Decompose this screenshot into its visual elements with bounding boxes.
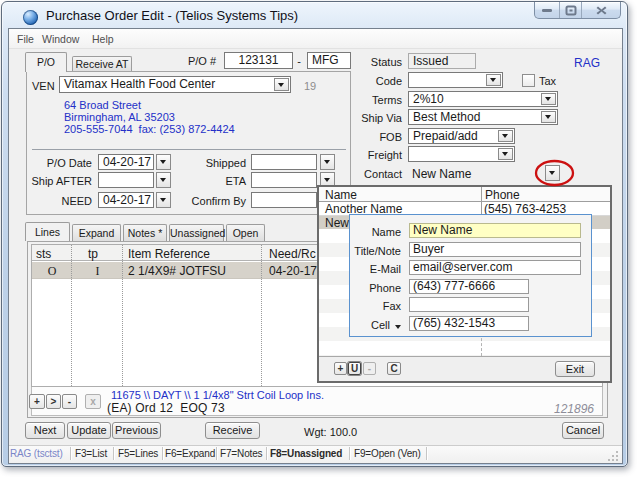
tax-checkbox[interactable] bbox=[522, 74, 535, 87]
address-line-3: 205-555-7044 fax: (253) 872-4424 bbox=[64, 123, 235, 135]
statusbar-sep-1 bbox=[70, 447, 72, 460]
cell-dropdown-icon[interactable] bbox=[395, 325, 401, 329]
statusbar-hint-f5: F5=Lines bbox=[118, 448, 158, 459]
vendor-combo[interactable]: Vitamax Health Food Center bbox=[59, 76, 291, 93]
editor-email-input[interactable]: email@server.com bbox=[409, 260, 581, 275]
cancel-button[interactable]: Cancel bbox=[562, 422, 604, 439]
editor-cell-label[interactable]: Cell bbox=[321, 319, 401, 331]
popup-u-button[interactable]: U bbox=[348, 362, 361, 375]
statusbar-sep-2 bbox=[113, 447, 115, 460]
statusbar-sep-3 bbox=[162, 447, 164, 460]
code-dropdown-icon[interactable] bbox=[486, 74, 501, 86]
statusbar-hint-f8: F8=Unassigned bbox=[270, 448, 342, 459]
ship-after-field[interactable] bbox=[98, 172, 154, 188]
editor-cell-input[interactable]: (765) 432-1543 bbox=[409, 316, 529, 331]
rag-link[interactable]: RAG bbox=[574, 56, 606, 70]
editor-phone-label: Phone bbox=[321, 282, 401, 294]
po-date-label: P/O Date bbox=[22, 157, 92, 169]
popup-exit-button[interactable]: Exit bbox=[555, 361, 595, 377]
tab-po[interactable]: P/O bbox=[25, 52, 67, 72]
freight-dropdown-icon[interactable] bbox=[498, 148, 513, 160]
po-number-label: P/O # bbox=[154, 55, 216, 67]
line-add-button[interactable]: + bbox=[29, 394, 45, 409]
previous-button[interactable]: Previous bbox=[112, 422, 161, 439]
shipped-dropdown-icon[interactable] bbox=[320, 154, 335, 170]
editor-name-input[interactable]: New Name bbox=[409, 223, 581, 238]
resize-grip[interactable] bbox=[607, 450, 619, 462]
contact-value[interactable]: New Name bbox=[412, 167, 471, 181]
tab-notes[interactable]: Notes * bbox=[123, 224, 167, 241]
window-title: Purchase Order Edit - (Telios Systems Ti… bbox=[46, 8, 298, 23]
menu-window[interactable]: Window bbox=[42, 33, 79, 45]
editor-phone-input[interactable]: (643) 777-6666 bbox=[409, 279, 529, 294]
address-line-2: Birmingham, AL 35203 bbox=[64, 111, 235, 123]
popup-col-name[interactable]: Name bbox=[325, 188, 357, 202]
tab-expand[interactable]: Expand bbox=[72, 224, 121, 241]
grid-divider-1 bbox=[71, 245, 72, 386]
confirm-by-field[interactable] bbox=[251, 192, 317, 208]
tab-open[interactable]: Open bbox=[226, 224, 265, 241]
popup-header bbox=[319, 187, 610, 202]
line-next-button[interactable]: > bbox=[46, 394, 61, 409]
contact-popup: Name Phone Another Name (545) 763-4253 N… bbox=[317, 185, 612, 383]
editor-fax-input[interactable] bbox=[409, 297, 529, 312]
grid-divider-3 bbox=[261, 245, 262, 386]
fob-combo[interactable]: Prepaid/add bbox=[408, 128, 515, 144]
editor-fax-label: Fax bbox=[321, 300, 401, 312]
code-combo[interactable] bbox=[408, 72, 503, 88]
tab-receive-at[interactable]: Receive AT bbox=[72, 56, 132, 72]
next-button[interactable]: Next bbox=[25, 422, 65, 439]
popup-minus-button[interactable]: - bbox=[363, 362, 376, 375]
close-button[interactable] bbox=[581, 2, 620, 18]
editor-title-label: Title/Note bbox=[321, 245, 401, 257]
address-line-1: 64 Broad Street bbox=[64, 99, 235, 111]
grid-divider-2 bbox=[122, 245, 123, 386]
editor-email-label: E-Mail bbox=[321, 263, 401, 275]
line-delete-button[interactable]: x bbox=[85, 394, 101, 409]
statusbar-sep-7 bbox=[426, 447, 428, 460]
contact-editor: Name New Name Title/Note Buyer E-Mail em… bbox=[349, 214, 592, 337]
tax-label: Tax bbox=[539, 75, 569, 87]
tab-lines[interactable]: Lines bbox=[25, 222, 70, 241]
terms-dropdown-icon[interactable] bbox=[541, 93, 556, 105]
vendor-label: VEN bbox=[32, 80, 53, 92]
fob-dropdown-icon[interactable] bbox=[498, 130, 513, 142]
po-date-field[interactable]: 04-20-17 bbox=[98, 154, 154, 170]
fob-value: Prepaid/add bbox=[413, 129, 478, 143]
vendor-dropdown-icon[interactable] bbox=[274, 78, 289, 91]
grid-col-item[interactable]: Item Reference bbox=[128, 247, 258, 261]
grid-cell-sts: O bbox=[32, 264, 72, 279]
menu-help[interactable]: Help bbox=[92, 33, 114, 45]
tab-unassigned[interactable]: Unassigned bbox=[169, 224, 224, 241]
popup-col-phone[interactable]: Phone bbox=[485, 188, 520, 202]
popup-add-button[interactable]: + bbox=[334, 362, 347, 375]
caption-buttons bbox=[534, 2, 621, 19]
terms-value: 2%10 bbox=[413, 92, 444, 106]
statusbar-sep-5 bbox=[266, 447, 268, 460]
restore-button[interactable] bbox=[559, 2, 581, 18]
eta-label: ETA bbox=[166, 175, 246, 187]
grid-col-tp[interactable]: tp bbox=[88, 247, 118, 261]
eta-field[interactable] bbox=[251, 172, 317, 188]
app-icon bbox=[23, 10, 38, 25]
need-field[interactable]: 04-20-17 bbox=[98, 192, 154, 208]
line-desc-1: 11675 \\ DAYT \\ 1 1/4x8" Strt Coil Loop… bbox=[111, 389, 324, 401]
freight-combo[interactable] bbox=[408, 146, 515, 162]
po-number-field[interactable]: 123131 bbox=[224, 52, 293, 69]
vendor-count: 19 bbox=[304, 80, 324, 92]
statusbar-hint-f9: F9=Open (Ven) bbox=[354, 448, 421, 459]
update-button[interactable]: Update bbox=[67, 422, 111, 439]
statusbar-hint-f7: F7=Notes bbox=[220, 448, 262, 459]
receive-button[interactable]: Receive bbox=[205, 422, 260, 439]
ship-via-dropdown-icon[interactable] bbox=[541, 111, 556, 123]
terms-combo[interactable]: 2%10 bbox=[408, 91, 558, 107]
ship-via-combo[interactable]: Best Method bbox=[408, 109, 558, 125]
editor-title-input[interactable]: Buyer bbox=[409, 242, 581, 257]
vendor-name: Vitamax Health Food Center bbox=[64, 77, 215, 91]
minimize-button[interactable] bbox=[535, 2, 559, 18]
shipped-field[interactable] bbox=[251, 154, 317, 170]
line-remove-button[interactable]: - bbox=[62, 394, 77, 409]
grid-col-sts[interactable]: sts bbox=[36, 247, 71, 261]
popup-c-button[interactable]: C bbox=[387, 362, 401, 375]
menu-file[interactable]: File bbox=[17, 33, 34, 45]
